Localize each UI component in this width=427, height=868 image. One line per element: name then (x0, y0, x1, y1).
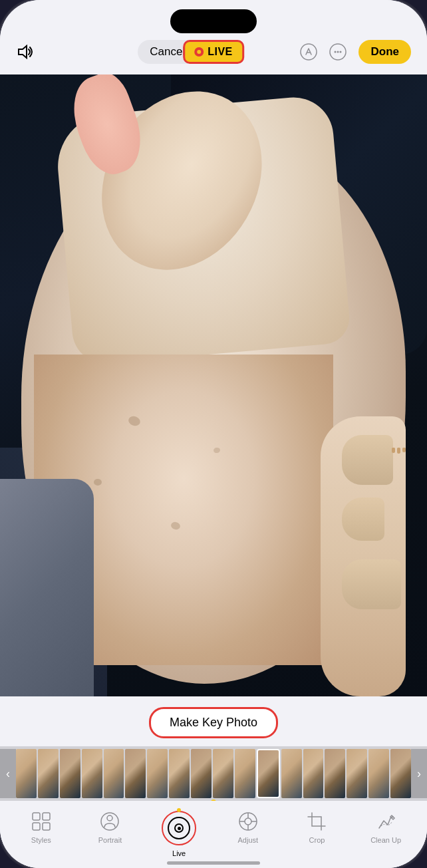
frame-12-selected[interactable] (257, 749, 280, 798)
more-icon[interactable] (329, 43, 347, 61)
toolbar-cleanup[interactable]: Clean Up (362, 810, 410, 844)
frame-15[interactable] (325, 749, 345, 798)
svg-marker-0 (19, 46, 27, 58)
phone-screen: Cancel LIVE (0, 0, 427, 868)
toolbar-adjust[interactable]: Adjust (224, 810, 272, 844)
svg-point-1 (301, 44, 317, 60)
frame-8[interactable] (169, 749, 190, 798)
paw-1 (342, 435, 393, 485)
live-icon-dot (178, 827, 181, 830)
frame-17[interactable] (368, 749, 389, 798)
styles-icon (30, 810, 53, 833)
frame-3[interactable] (60, 749, 80, 798)
frame-7[interactable] (147, 749, 168, 798)
live-dot-icon (194, 47, 204, 57)
dog-spot-2 (94, 479, 102, 486)
adjust-icon (237, 810, 259, 833)
toolbar-crop[interactable]: Crop (293, 810, 341, 844)
frame-1[interactable] (16, 749, 37, 798)
toolbar-live[interactable]: Live (155, 810, 203, 857)
crop-label: Crop (309, 836, 325, 844)
frame-14[interactable] (303, 749, 324, 798)
frame-9[interactable] (191, 749, 212, 798)
svg-point-12 (107, 815, 112, 821)
photo-scene (0, 74, 427, 696)
active-dot-indicator (177, 810, 181, 812)
crop-icon (305, 810, 328, 833)
svg-point-5 (337, 51, 339, 53)
make-key-photo-section: Make Key Photo (0, 696, 427, 746)
adjust-label: Adjust (238, 836, 259, 844)
cleanup-icon (374, 810, 397, 833)
frame-6[interactable] (125, 749, 146, 798)
sound-icon[interactable] (16, 44, 35, 60)
timeline-indicator (211, 799, 216, 801)
frame-11[interactable] (235, 749, 255, 798)
frame-16[interactable] (347, 749, 367, 798)
frame-5[interactable] (104, 749, 124, 798)
timeline-frames (16, 749, 411, 798)
svg-rect-7 (33, 813, 40, 820)
home-indicator (0, 863, 427, 868)
live-active-wrapper (161, 810, 197, 846)
svg-rect-8 (43, 813, 50, 820)
paw-2 (342, 498, 384, 541)
gray-blanket (0, 479, 94, 696)
frame-18[interactable] (390, 749, 411, 798)
frame-4[interactable] (82, 749, 102, 798)
bottom-panel: Make Key Photo ‹ (0, 696, 427, 868)
frame-2[interactable] (38, 749, 59, 798)
cleanup-label: Clean Up (370, 836, 401, 844)
svg-rect-9 (33, 823, 40, 830)
live-badge[interactable]: LIVE (183, 40, 244, 64)
frame-13[interactable] (281, 749, 302, 798)
svg-point-4 (335, 51, 337, 53)
toolbar-styles[interactable]: Styles (17, 810, 65, 844)
portrait-label: Portrait (98, 836, 122, 844)
toolbar-portrait[interactable]: Portrait (86, 810, 134, 844)
timeline-left-arrow[interactable]: ‹ (0, 749, 16, 798)
svg-point-6 (340, 51, 342, 53)
portrait-icon (98, 810, 121, 833)
done-button[interactable]: Done (358, 40, 411, 64)
timeline-right-arrow[interactable]: › (411, 749, 427, 798)
timeline-strip: ‹ (0, 746, 427, 801)
frame-10[interactable] (213, 749, 233, 798)
svg-point-14 (245, 818, 251, 825)
live-toolbar-icon (168, 817, 190, 839)
edit-icon[interactable] (300, 43, 317, 61)
live-label: LIVE (208, 46, 233, 58)
phone-frame: Cancel LIVE (0, 0, 427, 868)
live-label-toolbar: Live (172, 849, 186, 857)
bottom-toolbar: Styles Portrait (0, 801, 427, 863)
paw-3 (342, 559, 402, 609)
home-bar (167, 861, 260, 865)
photo-area (0, 74, 427, 696)
dynamic-island (170, 9, 257, 33)
styles-label: Styles (31, 836, 51, 844)
live-icon-inner (174, 823, 184, 833)
svg-rect-10 (43, 823, 50, 830)
nails (392, 448, 406, 454)
make-key-photo-button[interactable]: Make Key Photo (149, 707, 278, 738)
